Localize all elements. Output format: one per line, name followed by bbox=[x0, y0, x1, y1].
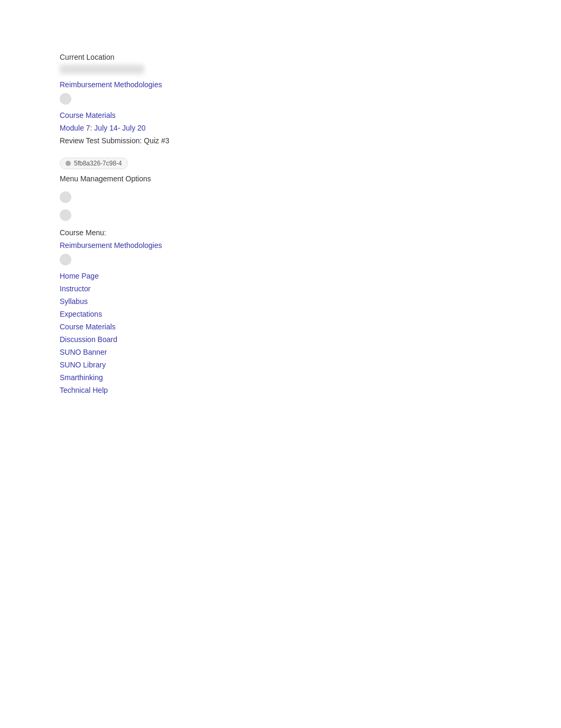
nav-course-materials[interactable]: Course Materials bbox=[60, 322, 561, 331]
reimbursement-link-2[interactable]: Reimbursement Methodologies bbox=[60, 241, 561, 250]
nav-syllabus[interactable]: Syllabus bbox=[60, 297, 561, 306]
circle-icon-3 bbox=[60, 209, 71, 221]
blurred-bar-top bbox=[60, 64, 144, 74]
circle-icon-4 bbox=[60, 254, 71, 265]
circle-icon-2 bbox=[60, 191, 71, 203]
circle-icon-1 bbox=[60, 93, 71, 105]
id-dot-icon bbox=[66, 161, 71, 166]
review-test-text: Review Test Submission: Quiz #3 bbox=[60, 136, 561, 145]
nav-smarthinking[interactable]: Smarthinking bbox=[60, 373, 561, 382]
nav-menu-list: Home PageInstructorSyllabusExpectationsC… bbox=[60, 272, 561, 394]
nav-home-page[interactable]: Home Page bbox=[60, 272, 561, 280]
nav-instructor[interactable]: Instructor bbox=[60, 284, 561, 293]
id-badge-text: 5fb8a326-7c98-4 bbox=[74, 160, 122, 167]
course-menu-label: Course Menu: bbox=[60, 228, 561, 237]
reimbursement-link-1[interactable]: Reimbursement Methodologies bbox=[60, 80, 561, 89]
menu-management-label: Menu Management Options bbox=[60, 174, 561, 183]
nav-suno-banner[interactable]: SUNO Banner bbox=[60, 348, 561, 356]
nav-technical-help[interactable]: Technical Help bbox=[60, 386, 561, 394]
module-link[interactable]: Module 7: July 14- July 20 bbox=[60, 124, 561, 132]
current-location-label: Current Location bbox=[60, 53, 561, 61]
course-materials-link-top[interactable]: Course Materials bbox=[60, 111, 561, 119]
nav-discussion-board[interactable]: Discussion Board bbox=[60, 335, 561, 344]
nav-suno-library[interactable]: SUNO Library bbox=[60, 361, 561, 369]
nav-expectations[interactable]: Expectations bbox=[60, 310, 561, 318]
id-badge: 5fb8a326-7c98-4 bbox=[60, 158, 128, 169]
